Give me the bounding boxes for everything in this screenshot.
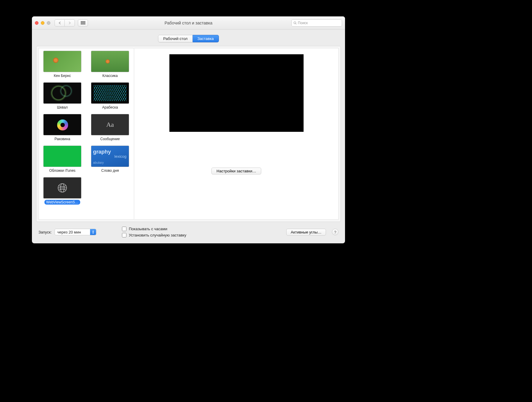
close-icon[interactable] [35, 21, 38, 25]
thumb-label: Кен Бернс [52, 73, 72, 78]
thumb-preview: graphy lexicog abulary [91, 146, 129, 167]
thumb-preview [43, 82, 81, 104]
thumb-preview [43, 51, 81, 72]
screensaver-classic[interactable]: Классика [89, 51, 131, 78]
word2: lexicog [115, 154, 126, 159]
traffic-lights [35, 21, 50, 25]
screensaver-preview [169, 54, 304, 132]
thumb-label: Арабеска [100, 105, 120, 110]
search-field[interactable] [291, 19, 342, 27]
chevron-right-icon [68, 21, 71, 24]
search-icon [293, 21, 297, 25]
help-button[interactable]: ? [332, 229, 338, 235]
svg-line-1 [296, 24, 296, 24]
pref-window: Рабочий стол и заставка Рабочий стол Зас… [32, 16, 345, 243]
tab-screensaver[interactable]: Заставка [193, 35, 219, 42]
titlebar: Рабочий стол и заставка [32, 16, 345, 30]
hot-corners-button[interactable]: Активные углы… [286, 229, 326, 236]
screensaver-shell[interactable]: Раковина [41, 114, 83, 141]
chevron-left-icon [58, 21, 61, 24]
checkbox-input[interactable] [122, 233, 126, 237]
footer: Запуск: через 20 мин ▲▼ Показывать с час… [32, 225, 345, 243]
screensaver-arabesque[interactable]: Арабеска [89, 82, 131, 110]
thumb-label: Раковина [53, 137, 72, 141]
launch-delay-select[interactable]: через 20 мин ▲▼ [55, 229, 96, 235]
show-clock-checkbox[interactable]: Показывать с часами [122, 227, 280, 231]
thumb-label: Классика [100, 73, 120, 78]
thumb-preview [43, 114, 81, 135]
grid-icon [81, 21, 85, 24]
minimize-icon[interactable] [41, 21, 44, 25]
thumb-label: Сообщение [98, 137, 121, 141]
word3: abulary [93, 161, 104, 164]
select-value: через 20 мин [57, 230, 81, 234]
thumb-preview [43, 177, 81, 199]
thumb-preview [91, 51, 129, 72]
checkbox-label: Установить случайную заставку [129, 233, 186, 237]
show-all-button[interactable] [78, 19, 88, 27]
screensaver-word-of-day[interactable]: graphy lexicog abulary Слово дня [89, 146, 131, 173]
msg-text: Aa [106, 121, 114, 129]
tab-bar: Рабочий стол Заставка [32, 30, 345, 46]
word1: graphy [93, 149, 111, 155]
screensaver-list[interactable]: Кен Бернс Классика Шквал Арабеска Ракови [38, 48, 134, 220]
screensaver-itunes[interactable]: Обложки iTunes [41, 146, 83, 173]
launch-label: Запуск: [38, 230, 52, 234]
tab-desktop[interactable]: Рабочий стол [158, 35, 193, 42]
globe-icon [57, 183, 68, 193]
zoom-icon [47, 21, 50, 25]
thumb-label: Обложки iTunes [47, 168, 77, 173]
svg-point-0 [294, 21, 296, 24]
thumb-preview [43, 146, 81, 167]
checkbox-group: Показывать с часами Установить случайную… [122, 227, 280, 237]
screensaver-ken-burns[interactable]: Кен Бернс [41, 51, 83, 78]
screensaver-flurry[interactable]: Шквал [41, 82, 83, 110]
search-input[interactable] [298, 21, 340, 25]
thumb-preview: Aa [91, 114, 129, 135]
thumb-preview [91, 82, 129, 104]
segmented-control: Рабочий стол Заставка [158, 35, 219, 42]
checkbox-input[interactable] [122, 227, 126, 231]
launch-row: Запуск: через 20 мин ▲▼ [38, 229, 116, 235]
thumb-grid: Кен Бернс Классика Шквал Арабеска Ракови [41, 51, 131, 205]
preview-panel: Настройки заставки… [134, 48, 339, 220]
back-button[interactable] [55, 19, 65, 27]
stepper-arrows-icon: ▲▼ [90, 229, 96, 235]
forward-button[interactable] [65, 19, 75, 27]
thumb-label: Шквал [55, 105, 69, 110]
screensaver-webview[interactable]: WebViewScreenS… [41, 177, 83, 205]
thumb-label: WebViewScreenS… [44, 200, 80, 205]
thumb-label: Слово дня [100, 168, 121, 173]
screensaver-options-button[interactable]: Настройки заставки… [211, 168, 261, 174]
screensaver-message[interactable]: Aa Сообщение [89, 114, 131, 141]
random-checkbox[interactable]: Установить случайную заставку [122, 233, 280, 237]
content-area: Кен Бернс Классика Шквал Арабеска Ракови [36, 46, 341, 222]
checkbox-label: Показывать с часами [129, 227, 167, 231]
nav-buttons [55, 19, 75, 27]
